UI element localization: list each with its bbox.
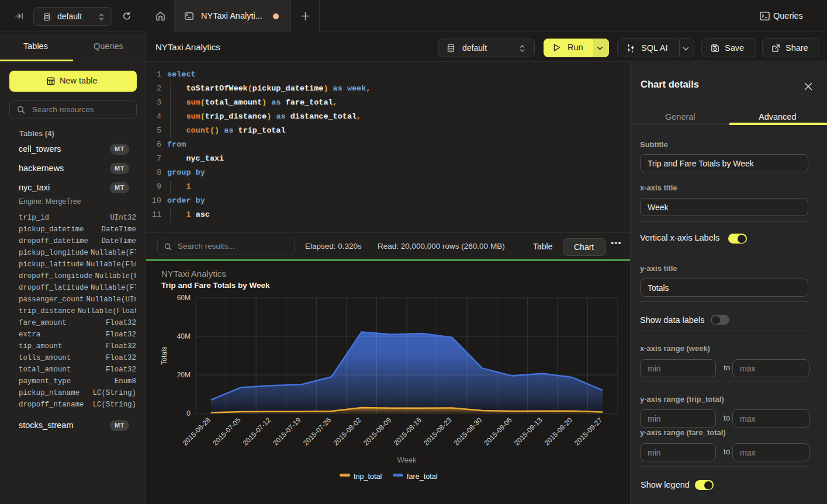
svg-text:trip_total: trip_total <box>354 472 382 481</box>
svg-text:2015-08-23: 2015-08-23 <box>422 416 454 447</box>
svg-text:2015-07-05: 2015-07-05 <box>211 416 243 447</box>
svg-text:40M: 40M <box>177 332 191 340</box>
svg-text:2015-06-28: 2015-06-28 <box>181 416 213 447</box>
svg-text:2015-08-16: 2015-08-16 <box>392 416 424 447</box>
svg-text:0: 0 <box>186 409 191 418</box>
svg-text:2015-07-26: 2015-07-26 <box>302 416 333 447</box>
svg-text:2015-07-12: 2015-07-12 <box>241 416 273 447</box>
svg-text:2015-09-20: 2015-09-20 <box>542 416 574 447</box>
svg-text:Totals: Totals <box>160 346 168 364</box>
svg-text:2015-08-09: 2015-08-09 <box>362 416 393 447</box>
svg-text:Trip and Fare Totals by Week: Trip and Fare Totals by Week <box>161 281 270 290</box>
svg-text:2015-08-30: 2015-08-30 <box>452 416 484 447</box>
svg-text:2015-08-02: 2015-08-02 <box>331 416 363 447</box>
svg-text:Week: Week <box>397 456 417 464</box>
svg-text:2015-09-06: 2015-09-06 <box>482 416 514 447</box>
svg-text:60M: 60M <box>177 294 191 302</box>
svg-text:fare_total: fare_total <box>407 472 438 481</box>
svg-text:2015-09-13: 2015-09-13 <box>513 416 544 447</box>
svg-text:NYTaxi Analytics: NYTaxi Analytics <box>161 269 226 279</box>
svg-text:2015-07-19: 2015-07-19 <box>271 416 303 447</box>
svg-text:2015-09-27: 2015-09-27 <box>573 416 604 447</box>
svg-text:20M: 20M <box>177 371 191 379</box>
